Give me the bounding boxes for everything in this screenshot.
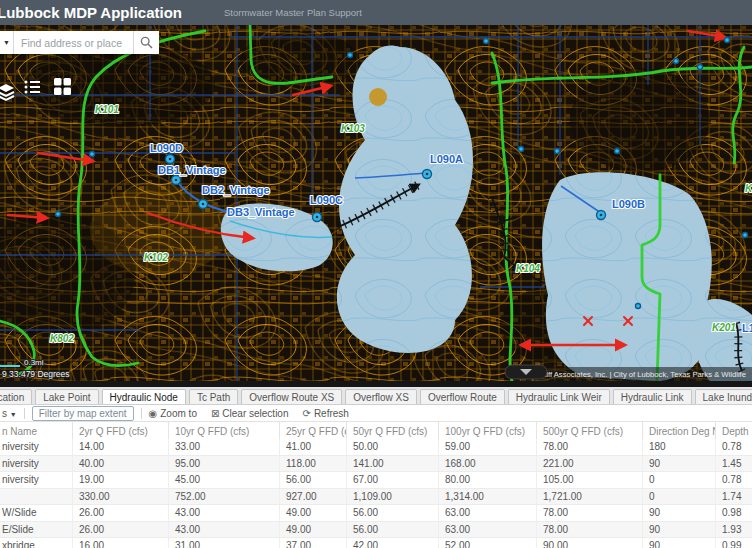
node-marker[interactable] [615, 149, 620, 154]
node-marker[interactable] [199, 200, 208, 209]
node-marker[interactable] [555, 149, 560, 154]
table-cell: 752.00 [168, 489, 279, 505]
table-cell: 927.00 [279, 489, 346, 505]
table-cell: 90.00 [536, 538, 642, 548]
tab-overflow-route-xs[interactable]: Overflow Route XS [241, 389, 342, 404]
collapse-table-button[interactable] [505, 365, 547, 379]
zoom-to-button[interactable]: ◉Zoom to [149, 408, 197, 419]
node-marker[interactable] [597, 211, 606, 220]
map-label-l090a: L090A [430, 153, 463, 165]
column-header[interactable]: 100yr Q FFD (cfs) [438, 422, 536, 440]
node-marker[interactable] [348, 53, 353, 58]
map-label-l090c: L090C [310, 194, 343, 206]
refresh-icon: ⟳ [303, 408, 311, 419]
search-source-dropdown[interactable]: ▼ [0, 31, 14, 54]
table-cell: 1,109.00 [346, 489, 438, 505]
table-cell: 1,721.00 [536, 489, 642, 505]
column-header[interactable]: 10yr Q FFD (cfs) [168, 422, 279, 440]
table-cell [0, 489, 72, 505]
table-cell: 41.00 [279, 439, 346, 455]
layers-icon[interactable] [0, 82, 16, 102]
column-header[interactable]: 50yr Q FFD (cfs) [346, 422, 438, 440]
search-widget: ▼ Find address or place [0, 31, 159, 54]
node-marker[interactable] [90, 152, 95, 157]
tab-hydraulic-link-weir[interactable]: Hydraulic Link Weir [508, 389, 610, 404]
map-label-k802: K802 [50, 333, 74, 344]
map-label-k201: K201 [712, 322, 736, 333]
node-marker[interactable] [56, 212, 61, 217]
tab-overflow-route[interactable]: Overflow Route [420, 389, 505, 404]
options-menu[interactable]: s ▼ [2, 408, 17, 419]
table-row[interactable]: niversity40.0095.00118.00141.00168.00221… [0, 456, 752, 473]
node-marker[interactable] [698, 65, 703, 70]
table-cell: 0 [642, 489, 715, 505]
table-cell: 0.78 [715, 472, 752, 488]
table-cell: 0.98 [715, 505, 752, 521]
table-cell: 1,314.00 [438, 489, 536, 505]
caret-down-icon: ▼ [3, 39, 10, 46]
tab-hydraulic-node[interactable]: Hydraulic Node [102, 389, 186, 404]
map-canvas[interactable]: K101K102K103K104K201K802KL090DDB1_Vintag… [0, 25, 752, 381]
node-marker[interactable] [674, 59, 679, 64]
table-cell: 50.00 [346, 439, 438, 455]
table-cell: 0 [642, 472, 715, 488]
column-header[interactable]: 25yr Q FFD (cfs) [279, 422, 346, 440]
table-cell: 43.00 [168, 522, 279, 538]
clear-selection-button[interactable]: ⊠Clear selection [211, 408, 289, 419]
search-input[interactable]: Find address or place [14, 31, 133, 54]
node-marker[interactable] [484, 39, 489, 44]
app-title: Lubbock MDP Application [0, 4, 182, 21]
basemap-gallery-icon[interactable] [53, 77, 72, 96]
table-row[interactable]: 330.00752.00927.001,109.001,314.001,721.… [0, 489, 752, 506]
tab-ocation[interactable]: ocation [0, 389, 32, 404]
tab-tc-path[interactable]: Tc Path [189, 389, 238, 404]
table-row[interactable]: E/Slide26.0043.0049.0056.0063.0078.00901… [0, 522, 752, 539]
table-row[interactable]: W/Slide26.0043.0049.0056.0063.0078.00900… [0, 505, 752, 522]
node-marker[interactable] [423, 170, 432, 179]
table-cell: 105.00 [536, 472, 642, 488]
tab-lake-point[interactable]: Lake Point [35, 389, 98, 404]
map-label-l1: L1 [742, 322, 752, 334]
column-header[interactable]: 2yr Q FFD (cfs) [72, 422, 168, 440]
column-header[interactable]: Direction Deg North [642, 422, 715, 440]
table-cell: 49.00 [279, 505, 346, 521]
table-cell: 118.00 [279, 456, 346, 472]
node-marker[interactable] [743, 233, 748, 238]
table-cell: 180 [642, 439, 715, 455]
node-marker[interactable] [166, 155, 175, 164]
table-cell: 37.00 [279, 538, 346, 548]
table-row[interactable]: xbridge16.0031.0037.0042.0052.0090.00900… [0, 538, 752, 548]
refresh-button[interactable]: ⟳Refresh [303, 408, 349, 419]
table-cell: 56.00 [279, 472, 346, 488]
node-marker[interactable] [636, 304, 641, 309]
table-row[interactable]: niversity14.0033.0041.0050.0059.0078.001… [0, 439, 752, 456]
coordinate-readout: 9 33.479 Degrees [2, 369, 70, 379]
table-row[interactable]: niversity19.0045.0056.0067.0080.00105.00… [0, 472, 752, 489]
app-header: Lubbock MDP Application Stormwater Maste… [0, 0, 752, 25]
node-marker[interactable] [519, 147, 524, 152]
tab-overflow-xs[interactable]: Overflow XS [345, 389, 417, 404]
table-cell: 42.00 [346, 538, 438, 548]
table-cell: 221.00 [536, 456, 642, 472]
table-toolbar: s ▼ Filter by map extent ◉Zoom to ⊠Clear… [0, 404, 752, 422]
map-label-db1-vintage: DB1_Vintage [158, 164, 226, 176]
map-label-db2-vintage: DB2_Vintage [202, 184, 270, 196]
search-button[interactable] [133, 31, 159, 54]
map-viewport[interactable]: K101K102K103K104K201K802KL090DDB1_Vintag… [0, 25, 752, 381]
table-cell: xbridge [0, 538, 72, 548]
tab-lake-inundation-iwse-[interactable]: Lake Inundation (IWSE) [695, 389, 752, 404]
column-header[interactable]: Depth [715, 422, 752, 440]
node-marker[interactable] [725, 38, 730, 43]
table-cell: 56.00 [346, 522, 438, 538]
tab-hydraulic-link[interactable]: Hydraulic Link [613, 389, 692, 404]
table-cell: 33.00 [168, 439, 279, 455]
column-header[interactable]: n Name [0, 422, 72, 440]
toolbar-divider [141, 408, 142, 419]
node-marker[interactable] [172, 176, 181, 185]
column-header[interactable]: 500yr Q FFD (cfs) [536, 422, 642, 440]
legend-icon[interactable] [24, 79, 41, 94]
node-marker[interactable] [313, 213, 322, 222]
filter-by-map-extent-button[interactable]: Filter by map extent [32, 406, 134, 421]
zoom-to-icon: ◉ [149, 408, 158, 419]
table-cell: 90 [642, 538, 715, 548]
